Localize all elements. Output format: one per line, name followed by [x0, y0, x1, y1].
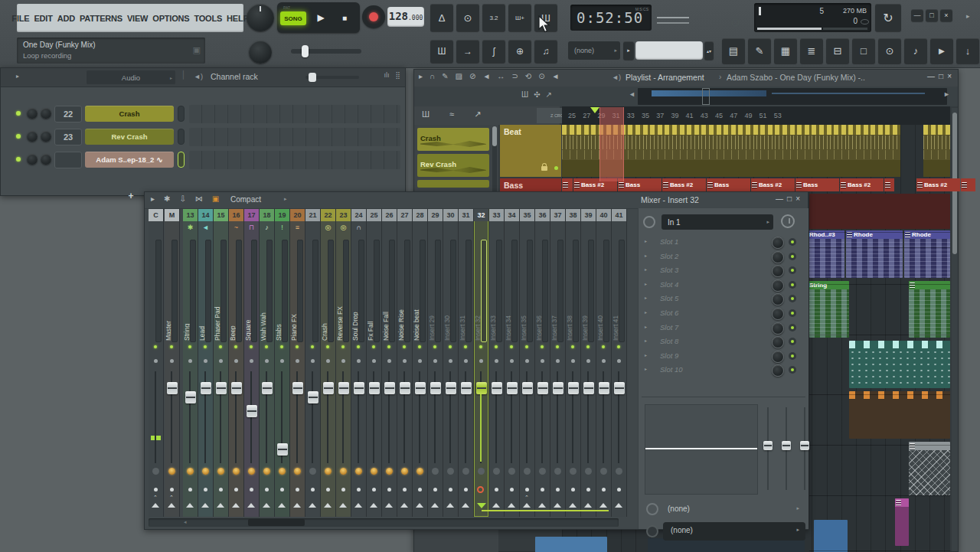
- audio-clip-blue[interactable]: [535, 537, 607, 552]
- strip-mute-dot[interactable]: [556, 359, 560, 363]
- strip-number[interactable]: 17: [244, 209, 259, 221]
- strip-number[interactable]: 16: [229, 209, 243, 221]
- pattern-spinner[interactable]: ▴▾: [704, 41, 714, 60]
- fx-enable-lamp[interactable]: [401, 468, 408, 475]
- fx-enable-lamp[interactable]: [168, 468, 175, 475]
- mixer-menu-icon[interactable]: ▸: [151, 194, 155, 203]
- volume-fader[interactable]: [277, 443, 288, 456]
- volume-fader[interactable]: [167, 382, 178, 394]
- slot-arrow-icon[interactable]: ▸: [645, 253, 647, 258]
- mixer-strip-26[interactable]: 26Noise Fall: [382, 209, 397, 517]
- mixer-strip-C[interactable]: C⌃: [149, 209, 164, 517]
- mixer-strip-15[interactable]: 15Phaser Pad: [214, 209, 229, 517]
- eq-fader-handle[interactable]: [800, 441, 809, 450]
- route-up-arrow[interactable]: [309, 503, 316, 508]
- fx-enable-lamp[interactable]: [294, 468, 301, 475]
- song-mode-button[interactable]: SONG: [280, 11, 306, 25]
- volume-fader[interactable]: [553, 382, 564, 394]
- route-up-arrow[interactable]: [370, 503, 377, 508]
- mixer-strip-17[interactable]: 17⊓Square: [244, 209, 260, 517]
- channel-name-button[interactable]: Rev Crash: [85, 129, 174, 145]
- route-up-arrow[interactable]: [462, 503, 469, 508]
- slot-mix-knob[interactable]: [772, 237, 784, 249]
- mixer-strip-14[interactable]: 14◄Lead: [198, 209, 214, 517]
- channel-mute-meter[interactable]: [178, 106, 185, 122]
- channel-name-button[interactable]: Crash: [85, 106, 174, 122]
- record-arm-dot[interactable]: [617, 488, 621, 492]
- rack-slider-handle[interactable]: [309, 73, 316, 82]
- magnet-icon[interactable]: ∩: [430, 72, 435, 80]
- maximize-button[interactable]: □: [926, 9, 938, 21]
- strip-number[interactable]: 23: [336, 209, 351, 221]
- playback-tool-icon[interactable]: ◄: [552, 72, 560, 80]
- channel-group-dropdown[interactable]: Audio ▸: [87, 70, 175, 84]
- record-arm-dot[interactable]: [418, 488, 422, 492]
- strip-mute-dot[interactable]: [617, 359, 621, 363]
- effect-slot-row[interactable]: ▸Slot 2: [639, 250, 808, 263]
- link-icon[interactable]: ⊕: [508, 40, 531, 63]
- volume-fader[interactable]: [369, 382, 380, 394]
- pattern-prev-button[interactable]: ▸: [623, 41, 634, 60]
- beat-pattern-clips[interactable]: [923, 125, 950, 177]
- strip-number[interactable]: 26: [382, 209, 397, 221]
- string-clip[interactable]: [909, 281, 950, 338]
- tempo-display[interactable]: 128.000: [387, 7, 424, 27]
- slot-enable-led[interactable]: [789, 238, 796, 246]
- playlist-menu-icon[interactable]: ▸: [419, 72, 423, 80]
- record-arm-dot[interactable]: [311, 488, 315, 492]
- slot-arrow-icon[interactable]: ▸: [645, 238, 647, 243]
- fx-enable-lamp[interactable]: [600, 468, 607, 475]
- channel-number-box[interactable]: [54, 152, 82, 168]
- slot-mix-knob[interactable]: [772, 265, 784, 277]
- channel-enable-led[interactable]: [16, 134, 21, 139]
- slot-arrow-icon[interactable]: ▸: [645, 295, 647, 300]
- volume-fader[interactable]: [492, 382, 502, 394]
- teal-pattern-clips[interactable]: [849, 341, 950, 388]
- strip-number[interactable]: 34: [505, 209, 519, 221]
- piano-roll-button[interactable]: ✎: [748, 38, 771, 64]
- record-arm-dot[interactable]: [525, 488, 529, 492]
- strip-number[interactable]: 22: [321, 209, 335, 221]
- fx-enable-lamp[interactable]: [233, 468, 240, 475]
- slice-tool-icon[interactable]: ⊃: [511, 72, 518, 80]
- effect-slot-row[interactable]: ▸Slot 8: [639, 335, 808, 348]
- volume-fader[interactable]: [185, 391, 196, 403]
- strip-mute-dot[interactable]: [510, 359, 514, 363]
- strip-number[interactable]: 38: [566, 209, 580, 221]
- menu-item-patterns[interactable]: PATTERNS: [77, 14, 125, 23]
- orange-pattern-clips[interactable]: [849, 391, 950, 439]
- automation-view-icon[interactable]: ↗: [546, 90, 552, 99]
- strip-mute-dot[interactable]: [265, 359, 269, 363]
- rhodes-clip[interactable]: Rhod..#3: [809, 230, 844, 278]
- rack-add-channel-button[interactable]: +: [125, 191, 137, 201]
- mixer-strip-27[interactable]: 27Noise Rise: [397, 209, 413, 517]
- time-display[interactable]: 0:52:50 M:S:CS: [570, 5, 652, 31]
- fx-enable-lamp[interactable]: [585, 468, 592, 475]
- picker-automation-tab[interactable]: ↗: [474, 109, 481, 119]
- route-up-arrow[interactable]: [492, 503, 500, 508]
- rhodes-clip[interactable]: Rhode: [904, 230, 950, 278]
- pattern-number-display[interactable]: [635, 41, 703, 60]
- volume-fader[interactable]: [323, 382, 334, 394]
- strip-mute-dot[interactable]: [170, 359, 174, 363]
- volume-fader[interactable]: [522, 382, 533, 394]
- record-arm-dot[interactable]: [602, 488, 606, 492]
- strip-mute-dot[interactable]: [296, 359, 299, 363]
- mixer-view-mode[interactable]: Compact: [230, 195, 261, 204]
- select-tool-icon[interactable]: ⟲: [525, 72, 531, 80]
- route-up-arrow[interactable]: [354, 503, 362, 508]
- slot-mix-knob[interactable]: [772, 293, 784, 305]
- mixer-strip-16[interactable]: 16~Beep: [229, 209, 244, 517]
- volume-fader[interactable]: [415, 382, 426, 394]
- route-up-arrow[interactable]: [416, 503, 423, 508]
- fx-enable-lamp[interactable]: [416, 468, 423, 475]
- volume-fader[interactable]: [308, 391, 318, 403]
- fx-enable-lamp[interactable]: [152, 468, 159, 475]
- mixer-strip-29[interactable]: 29Insert 29: [428, 209, 443, 517]
- effect-slot-row[interactable]: ▸Slot 4: [639, 278, 808, 292]
- slot-enable-led[interactable]: [789, 253, 796, 260]
- bass-clip[interactable]: Bass: [618, 178, 662, 191]
- strip-number[interactable]: 24: [351, 209, 366, 221]
- slot-arrow-icon[interactable]: ▸: [645, 352, 647, 358]
- fx-enable-lamp[interactable]: [478, 468, 485, 475]
